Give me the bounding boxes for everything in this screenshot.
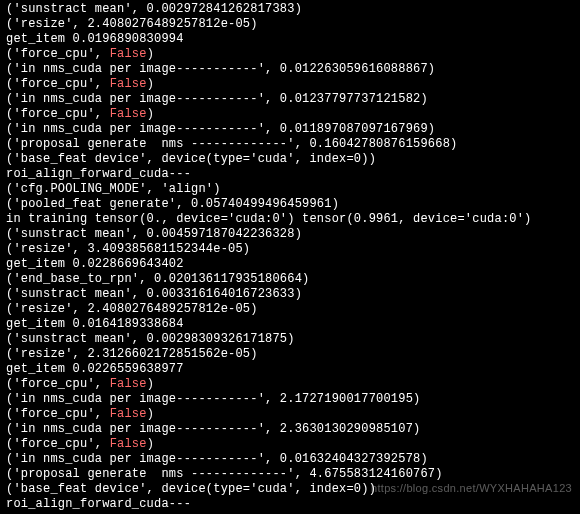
text-token: ('proposal generate nms -------------', … (6, 137, 457, 151)
terminal-line: ('in nms_cuda per image-----------', 0.0… (6, 452, 574, 467)
false-token: False (110, 437, 147, 451)
text-token: ('force_cpu', (6, 47, 110, 61)
terminal-line: get_item 0.0226559638977 (6, 362, 574, 377)
text-token: ('sunstract mean', 0.002972841262817383) (6, 2, 302, 16)
false-token: False (110, 77, 147, 91)
text-token: ) (147, 377, 154, 391)
text-token: ('in nms_cuda per image-----------', 0.0… (6, 92, 428, 106)
terminal-line: ('force_cpu', False) (6, 47, 574, 62)
terminal-line: ('in nms_cuda per image-----------', 0.0… (6, 122, 574, 137)
terminal-line: ('force_cpu', False) (6, 77, 574, 92)
text-token: ) (147, 77, 154, 91)
false-token: False (110, 377, 147, 391)
text-token: ('pooled_feat generate', 0.0574049949645… (6, 197, 339, 211)
terminal-line: ('sunstract mean', 0.003316164016723633) (6, 287, 574, 302)
terminal-line: ('proposal generate nms -------------', … (6, 137, 574, 152)
terminal-line: ('proposal generate nms -------------', … (6, 467, 574, 482)
terminal-line: ('end_base_to_rpn', 0.020136117935180664… (6, 272, 574, 287)
text-token: ('base_feat device', device(type='cuda',… (6, 482, 376, 496)
text-token: ('base_feat device', device(type='cuda',… (6, 152, 376, 166)
terminal-line: ('force_cpu', False) (6, 107, 574, 122)
text-token: ('cfg.POOLING_MODE', 'align') (6, 182, 221, 196)
text-token: ('in nms_cuda per image-----------', 0.0… (6, 122, 435, 136)
text-token: ('resize', 2.4080276489257812e-05) (6, 17, 258, 31)
text-token: get_item 0.0228669643402 (6, 257, 184, 271)
text-token: in training tensor(0., device='cuda:0') … (6, 212, 531, 226)
text-token: roi_align_forward_cuda--- (6, 167, 191, 181)
terminal-line: ('sunstract mean', 0.00298309326171875) (6, 332, 574, 347)
text-token: get_item 0.0196890830994 (6, 32, 184, 46)
terminal-line: get_item 0.0228669643402 (6, 257, 574, 272)
terminal-line: ('in nms_cuda per image-----------', 0.0… (6, 92, 574, 107)
terminal-line: ('resize', 2.4080276489257812e-05) (6, 302, 574, 317)
terminal-line: ('in nms_cuda per image-----------', 0.0… (6, 62, 574, 77)
text-token: ) (147, 47, 154, 61)
terminal-line: ('force_cpu', False) (6, 437, 574, 452)
text-token: ('resize', 3.409385681152344e-05) (6, 242, 250, 256)
text-token: ('force_cpu', (6, 377, 110, 391)
text-token: roi_align_forward_cuda--- (6, 497, 191, 511)
text-token: get_item 0.0226559638977 (6, 362, 184, 376)
false-token: False (110, 407, 147, 421)
text-token: ('force_cpu', (6, 407, 110, 421)
text-token: ('resize', 2.3126602172851562e-05) (6, 347, 258, 361)
terminal-line: roi_align_forward_cuda--- (6, 167, 574, 182)
text-token: ) (147, 437, 154, 451)
terminal-line: ('cfg.POOLING_MODE', 'align') (6, 182, 574, 197)
text-token: ) (147, 407, 154, 421)
false-token: False (110, 47, 147, 61)
terminal-line: ('sunstract mean', 0.002972841262817383) (6, 2, 574, 17)
terminal-line: ('resize', 2.3126602172851562e-05) (6, 347, 574, 362)
terminal-output: ('sunstract mean', 0.002972841262817383)… (6, 2, 574, 512)
text-token: ('in nms_cuda per image-----------', 0.0… (6, 62, 435, 76)
text-token: ('sunstract mean', 0.004597187042236328) (6, 227, 302, 241)
terminal-line: get_item 0.0164189338684 (6, 317, 574, 332)
terminal-line: get_item 0.0196890830994 (6, 32, 574, 47)
terminal-line: ('resize', 2.4080276489257812e-05) (6, 17, 574, 32)
terminal-line: ('force_cpu', False) (6, 377, 574, 392)
text-token: ('force_cpu', (6, 107, 110, 121)
terminal-line: ('base_feat device', device(type='cuda',… (6, 152, 574, 167)
terminal-line: ('force_cpu', False) (6, 407, 574, 422)
terminal-line: ('pooled_feat generate', 0.0574049949645… (6, 197, 574, 212)
text-token: ('proposal generate nms -------------', … (6, 467, 443, 481)
terminal-line: ('base_feat device', device(type='cuda',… (6, 482, 574, 497)
text-token: ('resize', 2.4080276489257812e-05) (6, 302, 258, 316)
terminal-line: ('in nms_cuda per image-----------', 2.3… (6, 422, 574, 437)
text-token: ('sunstract mean', 0.00298309326171875) (6, 332, 295, 346)
terminal-line: ('in nms_cuda per image-----------', 2.1… (6, 392, 574, 407)
text-token: ) (147, 107, 154, 121)
text-token: ('in nms_cuda per image-----------', 0.0… (6, 452, 428, 466)
terminal-line: ('resize', 3.409385681152344e-05) (6, 242, 574, 257)
text-token: ('force_cpu', (6, 437, 110, 451)
false-token: False (110, 107, 147, 121)
text-token: get_item 0.0164189338684 (6, 317, 184, 331)
terminal-line: ('sunstract mean', 0.004597187042236328) (6, 227, 574, 242)
terminal-line: roi_align_forward_cuda--- (6, 497, 574, 512)
text-token: ('sunstract mean', 0.003316164016723633) (6, 287, 302, 301)
text-token: ('end_base_to_rpn', 0.020136117935180664… (6, 272, 309, 286)
terminal-line: in training tensor(0., device='cuda:0') … (6, 212, 574, 227)
text-token: ('force_cpu', (6, 77, 110, 91)
text-token: ('in nms_cuda per image-----------', 2.1… (6, 392, 420, 406)
text-token: ('in nms_cuda per image-----------', 2.3… (6, 422, 420, 436)
